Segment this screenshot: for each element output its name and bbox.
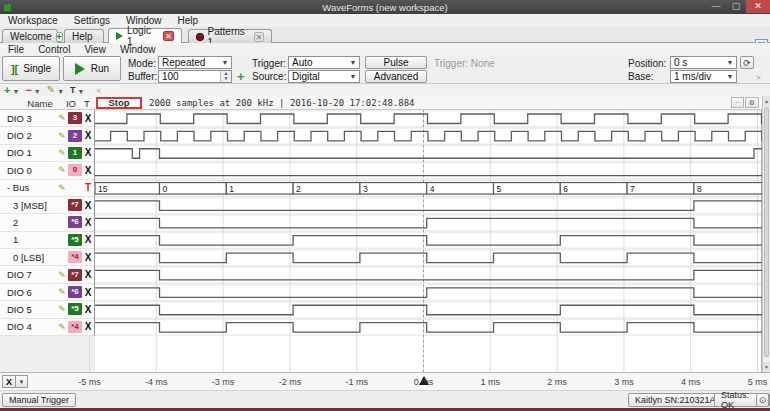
trigger-setting[interactable]: X [82,234,94,245]
tab-patterns-1[interactable]: Patterns 1 ✕ [188,29,272,43]
vertical-scrollbar[interactable]: ▲ ▼ [762,96,770,372]
add-channel-icon[interactable]: + [4,85,10,95]
chevron-down-icon[interactable]: ▼ [57,88,64,95]
pencil-icon[interactable]: ✎ [56,148,68,158]
source-select[interactable]: Digital ▼ [288,70,360,83]
trigger-setting[interactable]: X [82,165,94,176]
trigger-setting[interactable]: X [82,269,94,280]
io-badge[interactable] [68,182,82,194]
channel-row-dio-5[interactable]: DIO 5✎*5X [0,301,94,318]
trigger-column-icon[interactable]: T [70,85,76,95]
maximize-icon[interactable]: ▢ [726,0,746,13]
run-button[interactable]: Run [63,56,121,81]
pulse-button[interactable]: Pulse [365,56,427,69]
minimize-icon[interactable]: — [706,0,726,13]
io-badge[interactable]: *5 [68,234,82,246]
spinner-arrows-icon[interactable]: ▲▼ [220,71,231,82]
io-badge[interactable]: *7 [68,269,82,281]
edit-pencil-icon[interactable]: ✎ [47,85,55,95]
pencil-icon[interactable]: ✎ [56,165,68,175]
pencil-icon[interactable]: ✎ [56,113,68,123]
io-badge[interactable]: *5 [68,303,82,315]
instrument-menu-file[interactable]: File [8,44,24,55]
remove-channel-icon[interactable]: − [25,85,31,95]
channel-name: - Bus [0,182,56,193]
channel-row-dio-1[interactable]: DIO 1✎1X [0,145,94,162]
trigger-setting[interactable]: X [82,321,94,332]
pencil-icon[interactable]: ✎ [56,304,68,314]
trigger-select[interactable]: Auto ▼ [288,56,360,69]
io-badge[interactable]: 0 [68,164,82,176]
channel-row-dio-7[interactable]: DIO 7✎*7X [0,266,94,283]
channel-row-dio-4[interactable]: DIO 4✎*4X [0,319,94,336]
channel-row-dio-3[interactable]: DIO 3✎3X [0,110,94,127]
io-badge[interactable]: *6 [68,286,82,298]
add-buffer-icon[interactable]: + [237,69,245,84]
trigger-setting[interactable]: X [82,252,94,263]
position-select[interactable]: 0 s ▼ [670,56,737,69]
manual-trigger-button[interactable]: Manual Trigger [2,393,76,407]
io-badge[interactable]: *4 [68,251,82,263]
chevron-down-icon[interactable]: ▼ [78,88,85,95]
menu-help[interactable]: Help [178,15,199,26]
io-badge[interactable]: 2 [68,130,82,142]
pencil-icon[interactable]: ✎ [56,287,68,297]
advanced-button[interactable]: Advanced [365,70,427,83]
trigger-setting[interactable]: X [82,287,94,298]
channel-row-dio-6[interactable]: DIO 6✎*6X [0,284,94,301]
tab-help[interactable]: Help [64,29,104,43]
menu-settings[interactable]: Settings [74,15,110,26]
trigger-setting[interactable]: X [82,130,94,141]
trigger-setting[interactable]: X [82,304,94,315]
tab-welcome[interactable]: Welcome + [2,29,58,43]
io-badge[interactable]: 3 [68,112,82,124]
chevron-down-icon[interactable]: ▼ [12,88,19,95]
trigger-setting[interactable]: X [82,200,94,211]
pencil-icon[interactable]: ✎ [56,131,68,141]
pencil-icon[interactable]: ✎ [56,322,68,332]
refresh-icon[interactable]: ⟳ [740,56,754,69]
close-tab-icon[interactable]: ✕ [254,32,264,42]
status-gear-icon[interactable]: ⊙ [756,393,769,407]
dots-icon[interactable]: ·· [731,97,744,108]
single-button[interactable]: ][ Single [2,56,60,81]
scrollbar-thumb[interactable] [764,107,769,357]
tab-logic-1[interactable]: Logic 1 ✕ [108,28,182,43]
trigger-setting[interactable]: X [82,113,94,124]
instrument-menu-view[interactable]: View [84,44,106,55]
scroll-down-icon[interactable]: ▼ [763,362,770,372]
x-cursor-control[interactable]: X ▼ [2,375,28,388]
plus-icon[interactable]: + [56,32,63,42]
trigger-setting[interactable]: X [82,147,94,158]
channel-row-2[interactable]: 2*6X [0,214,94,231]
buffer-stepper[interactable]: 100 ▲▼ [158,70,232,83]
toolbar-overflow-chevron[interactable]: > [756,73,761,82]
channel-row-1[interactable]: 1*5X [0,232,94,249]
io-badge[interactable]: *6 [68,216,82,228]
io-badge[interactable]: *7 [68,199,82,211]
chevron-down-icon[interactable]: ▼ [34,88,41,95]
trigger-setting[interactable]: X [82,217,94,228]
instrument-menu-control[interactable]: Control [38,44,70,55]
close-icon[interactable]: ✕ [746,0,770,13]
channel-row--bus[interactable]: - Bus✎T [0,180,94,197]
io-badge[interactable]: 1 [68,147,82,159]
io-badge[interactable]: *4 [68,321,82,333]
close-tab-icon[interactable]: ✕ [163,31,174,41]
mode-select[interactable]: Repeated ▼ [158,56,232,69]
channel-row-3-msb-[interactable]: 3 [MSB]*7X [0,197,94,214]
channel-row-0-lsb-[interactable]: 0 [LSB]*4X [0,249,94,266]
stop-button[interactable]: Stop [96,97,142,110]
svg-text:5: 5 [497,184,502,194]
gear-icon[interactable]: ⚙ [745,97,759,108]
pencil-icon[interactable]: ✎ [56,183,68,193]
channel-row-dio-2[interactable]: DIO 2✎2X [0,127,94,144]
channel-row-dio-0[interactable]: DIO 0✎0X [0,162,94,179]
scroll-up-icon[interactable]: ▲ [763,96,770,106]
trigger-setting[interactable]: T [82,182,94,193]
collapse-chevron[interactable]: < [97,86,102,95]
base-select[interactable]: 1 ms/div ▼ [670,70,737,83]
pencil-icon[interactable]: ✎ [56,270,68,280]
menu-workspace[interactable]: Workspace [8,15,58,26]
waveform-plot[interactable]: 15012345678 [0,110,762,372]
